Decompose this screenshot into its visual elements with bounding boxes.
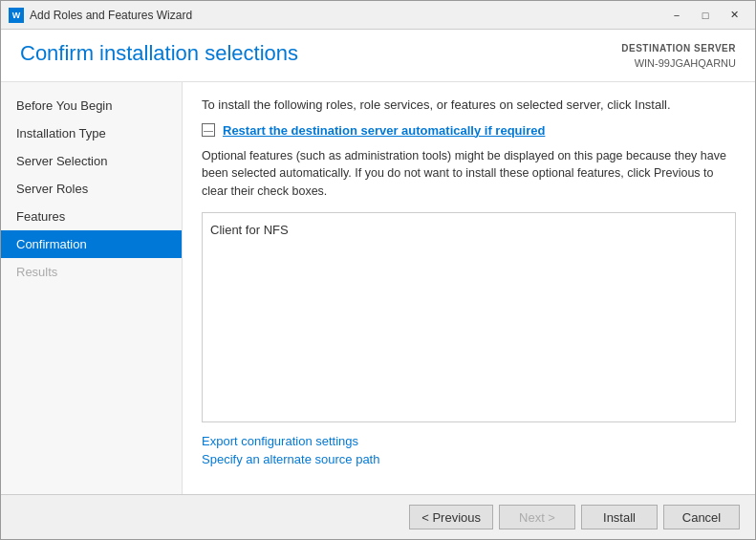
maximize-button[interactable]: □	[692, 6, 719, 25]
server-name: WIN-99JGAHQARNU	[621, 55, 736, 72]
server-info: DESTINATION SERVER WIN-99JGAHQARNU	[621, 41, 736, 72]
install-button[interactable]: Install	[581, 505, 658, 529]
sidebar-item-features[interactable]: Features	[1, 203, 182, 230]
previous-button[interactable]: < Previous	[409, 505, 493, 529]
page-title: Confirm installation selections	[20, 41, 298, 66]
restart-checkbox[interactable]: —	[202, 123, 215, 137]
window-controls: − □ ✕	[663, 6, 747, 25]
main-window: W Add Roles and Features Wizard − □ ✕ Co…	[0, 0, 756, 540]
sidebar-item-confirmation[interactable]: Confirmation	[1, 230, 182, 258]
list-item: Client for NFS	[210, 221, 727, 239]
features-box: Client for NFS	[202, 212, 736, 422]
sidebar-item-server-roles[interactable]: Server Roles	[1, 175, 182, 203]
sidebar: Before You Begin Installation Type Serve…	[1, 82, 183, 495]
sidebar-item-server-selection[interactable]: Server Selection	[1, 147, 182, 175]
restart-row: — Restart the destination server automat…	[202, 123, 736, 138]
export-settings-link[interactable]: Export configuration settings	[202, 434, 736, 448]
main-description: To install the following roles, role ser…	[202, 97, 736, 112]
optional-note: Optional features (such as administratio…	[202, 147, 736, 201]
close-button[interactable]: ✕	[721, 6, 747, 25]
minimize-button[interactable]: −	[663, 6, 690, 25]
sidebar-item-results: Results	[1, 258, 182, 286]
cancel-button[interactable]: Cancel	[663, 505, 740, 529]
restart-label[interactable]: Restart the destination server automatic…	[223, 123, 545, 138]
server-label: DESTINATION SERVER	[621, 41, 736, 55]
app-icon: W	[9, 8, 24, 23]
main-content: To install the following roles, role ser…	[183, 82, 755, 495]
links-section: Export configuration settings Specify an…	[202, 434, 736, 466]
content-area: Before You Begin Installation Type Serve…	[1, 82, 755, 495]
next-button[interactable]: Next >	[499, 505, 575, 529]
sidebar-item-installation-type[interactable]: Installation Type	[1, 119, 182, 147]
footer: < Previous Next > Install Cancel	[1, 494, 755, 539]
titlebar: W Add Roles and Features Wizard − □ ✕	[1, 1, 755, 30]
header: Confirm installation selections DESTINAT…	[1, 30, 755, 82]
sidebar-item-before-you-begin[interactable]: Before You Begin	[1, 92, 182, 119]
alternate-source-link[interactable]: Specify an alternate source path	[202, 452, 736, 466]
window-title: Add Roles and Features Wizard	[30, 9, 663, 22]
